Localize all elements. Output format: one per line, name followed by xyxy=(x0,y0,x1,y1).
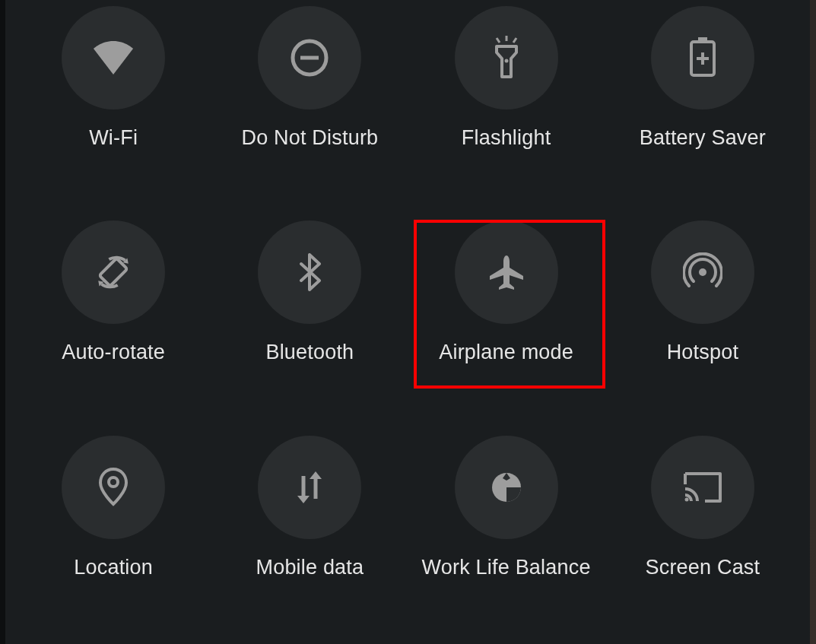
tile-wifi-button[interactable] xyxy=(62,6,165,109)
tile-bluetooth-label: Bluetooth xyxy=(265,341,354,364)
work-life-icon xyxy=(490,471,523,504)
svg-marker-16 xyxy=(297,496,310,503)
hotspot-icon xyxy=(683,252,722,292)
tile-dnd[interactable]: Do Not Disturb xyxy=(211,0,408,214)
tile-airplane-button[interactable] xyxy=(455,220,558,324)
tile-auto-rotate[interactable]: Auto-rotate xyxy=(15,214,211,429)
svg-line-4 xyxy=(513,38,516,43)
svg-point-14 xyxy=(109,477,118,487)
tile-work-life[interactable]: Work Life Balance xyxy=(408,430,605,644)
tile-bluetooth[interactable]: Bluetooth xyxy=(211,214,408,429)
tile-screen-cast-label: Screen Cast xyxy=(645,556,760,579)
tile-battery-saver[interactable]: Battery Saver xyxy=(605,0,801,214)
tile-dnd-button[interactable] xyxy=(258,6,361,109)
tile-screen-cast-button[interactable] xyxy=(651,436,754,539)
tile-flashlight-button[interactable] xyxy=(455,6,558,109)
tile-bluetooth-button[interactable] xyxy=(258,220,361,324)
tile-flashlight[interactable]: Flashlight xyxy=(408,0,605,214)
bluetooth-icon xyxy=(297,253,322,291)
wifi-icon xyxy=(92,41,135,75)
tile-auto-rotate-button[interactable] xyxy=(62,220,165,324)
auto-rotate-icon xyxy=(92,251,135,293)
screen-cast-icon xyxy=(682,471,723,504)
mobile-data-icon xyxy=(293,470,326,505)
tile-auto-rotate-label: Auto-rotate xyxy=(62,341,165,364)
tile-location-button[interactable] xyxy=(62,436,165,539)
svg-point-5 xyxy=(504,59,508,63)
tile-dnd-label: Do Not Disturb xyxy=(241,126,378,150)
tile-battery-saver-label: Battery Saver xyxy=(640,126,766,150)
tile-location-label: Location xyxy=(74,556,153,579)
tile-work-life-label: Work Life Balance xyxy=(422,556,591,579)
left-edge-decoration xyxy=(0,0,5,644)
tile-flashlight-label: Flashlight xyxy=(462,126,551,150)
tile-hotspot[interactable]: Hotspot xyxy=(605,214,801,429)
tile-hotspot-label: Hotspot xyxy=(667,341,738,364)
tile-work-life-button[interactable] xyxy=(455,436,558,539)
tile-mobile-data-label: Mobile data xyxy=(256,556,364,579)
location-icon xyxy=(98,468,129,507)
tile-mobile-data-button[interactable] xyxy=(258,436,361,539)
svg-point-13 xyxy=(699,268,706,276)
tile-mobile-data[interactable]: Mobile data xyxy=(211,430,408,644)
tile-location[interactable]: Location xyxy=(15,430,211,644)
svg-marker-18 xyxy=(310,471,322,479)
airplane-icon xyxy=(487,253,525,291)
dnd-icon xyxy=(290,38,329,78)
tile-airplane[interactable]: Airplane mode xyxy=(408,214,605,429)
tiles-grid: Wi-Fi Do Not Disturb Flas xyxy=(0,0,816,644)
tile-airplane-label: Airplane mode xyxy=(439,341,573,364)
battery-saver-icon xyxy=(688,37,717,78)
tile-battery-saver-button[interactable] xyxy=(651,6,754,109)
tile-screen-cast[interactable]: Screen Cast xyxy=(605,430,801,644)
tile-wifi[interactable]: Wi-Fi xyxy=(15,0,211,214)
right-edge-decoration xyxy=(810,0,816,644)
tile-wifi-label: Wi-Fi xyxy=(89,126,138,150)
svg-point-20 xyxy=(684,497,688,501)
tile-hotspot-button[interactable] xyxy=(651,220,754,324)
flashlight-icon xyxy=(489,36,524,80)
svg-line-3 xyxy=(497,38,500,43)
quick-settings-panel: Wi-Fi Do Not Disturb Flas xyxy=(0,0,816,644)
